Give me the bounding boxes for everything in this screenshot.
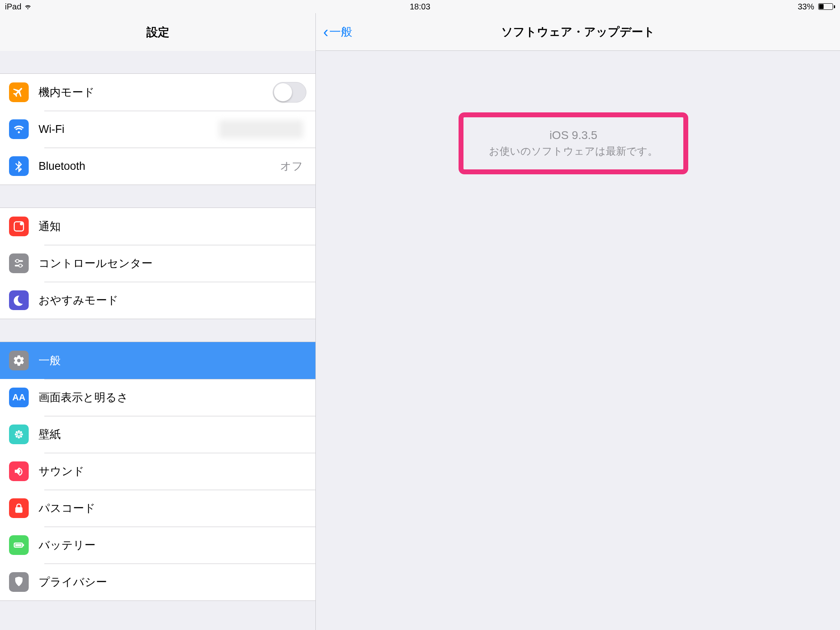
- svg-point-8: [18, 436, 20, 438]
- svg-point-6: [17, 433, 21, 436]
- svg-point-7: [18, 430, 20, 432]
- sidebar-group-system: 一般 AA 画面表示と明るさ 壁紙 サウンド: [0, 342, 315, 601]
- back-button[interactable]: ‹ 一般: [323, 13, 352, 50]
- sidebar-item-privacy[interactable]: プライバシー: [0, 564, 315, 600]
- battery-label: バッテリー: [39, 538, 306, 552]
- airplane-label: 機内モード: [39, 85, 273, 100]
- status-bar: iPad 18:03 33%: [0, 0, 840, 13]
- ios-version-label: iOS 9.3.5: [472, 129, 675, 142]
- settings-sidebar: 設定 機内モード Wi-Fi: [0, 13, 316, 630]
- sidebar-item-general[interactable]: 一般: [0, 342, 315, 379]
- sidebar-item-controlcenter[interactable]: コントロールセンター: [0, 245, 315, 282]
- gear-icon: [9, 351, 29, 370]
- device-label: iPad: [5, 2, 21, 11]
- battery-percent-label: 33%: [798, 2, 814, 11]
- svg-point-14: [20, 436, 22, 438]
- sidebar-item-airplane[interactable]: 機内モード: [0, 74, 315, 111]
- chevron-left-icon: ‹: [323, 24, 329, 40]
- svg-point-5: [19, 264, 22, 267]
- wifi-icon: [9, 119, 29, 139]
- svg-point-4: [16, 260, 19, 263]
- controlcenter-icon: [9, 253, 29, 273]
- passcode-label: パスコード: [39, 501, 306, 516]
- svg-rect-16: [15, 544, 21, 546]
- sidebar-item-notifications[interactable]: 通知: [0, 208, 315, 245]
- display-label: 画面表示と明るさ: [39, 390, 306, 405]
- lock-icon: [9, 498, 29, 518]
- detail-pane: ‹ 一般 ソフトウェア・アップデート iOS 9.3.5 お使いのソフトウェアは…: [316, 13, 840, 630]
- back-label: 一般: [329, 24, 352, 40]
- svg-point-10: [21, 434, 23, 436]
- sidebar-item-bluetooth[interactable]: Bluetooth オフ: [0, 148, 315, 185]
- sound-label: サウンド: [39, 464, 306, 479]
- battery-icon-setting: [9, 535, 29, 555]
- sidebar-item-display[interactable]: AA 画面表示と明るさ: [0, 379, 315, 416]
- notifications-label: 通知: [39, 219, 306, 234]
- update-status-box: iOS 9.3.5 お使いのソフトウェアは最新です。: [459, 112, 688, 174]
- sidebar-header: 設定: [0, 13, 315, 51]
- svg-point-12: [20, 431, 22, 433]
- general-label: 一般: [39, 353, 306, 368]
- sidebar-title: 設定: [146, 25, 169, 40]
- detail-header: ‹ 一般 ソフトウェア・アップデート: [316, 13, 840, 51]
- sidebar-item-passcode[interactable]: パスコード: [0, 490, 315, 527]
- clock-label: 18:03: [410, 2, 430, 11]
- wallpaper-label: 壁紙: [39, 427, 306, 442]
- update-message-label: お使いのソフトウェアは最新です。: [472, 144, 675, 158]
- sidebar-group-alerts: 通知 コントロールセンター おやすみモード: [0, 208, 315, 319]
- svg-point-1: [20, 222, 23, 226]
- privacy-icon: [9, 572, 29, 592]
- bluetooth-icon: [9, 156, 29, 176]
- svg-point-11: [16, 431, 18, 433]
- airplane-icon: [9, 82, 29, 102]
- bluetooth-value: オフ: [280, 159, 303, 173]
- svg-point-9: [15, 434, 17, 436]
- controlcenter-label: コントロールセンター: [39, 256, 306, 271]
- privacy-label: プライバシー: [39, 575, 306, 589]
- display-icon: AA: [9, 388, 29, 407]
- sound-icon: [9, 461, 29, 481]
- detail-title: ソフトウェア・アップデート: [501, 24, 655, 40]
- dnd-label: おやすみモード: [39, 293, 306, 308]
- sidebar-item-dnd[interactable]: おやすみモード: [0, 282, 315, 319]
- battery-icon: [817, 3, 835, 10]
- wallpaper-icon: [9, 425, 29, 444]
- sidebar-item-sound[interactable]: サウンド: [0, 453, 315, 490]
- svg-rect-17: [23, 544, 24, 546]
- wifi-value: [219, 120, 303, 138]
- dnd-icon: [9, 290, 29, 310]
- sidebar-item-wifi[interactable]: Wi-Fi: [0, 111, 315, 148]
- bluetooth-label: Bluetooth: [39, 160, 280, 173]
- airplane-toggle[interactable]: [273, 82, 306, 103]
- sidebar-group-connectivity: 機内モード Wi-Fi Bluetooth オフ: [0, 73, 315, 185]
- wifi-status-icon: [24, 4, 32, 9]
- wifi-label: Wi-Fi: [39, 123, 219, 136]
- svg-point-13: [16, 436, 18, 438]
- sidebar-item-wallpaper[interactable]: 壁紙: [0, 416, 315, 453]
- notifications-icon: [9, 217, 29, 236]
- sidebar-item-battery[interactable]: バッテリー: [0, 527, 315, 564]
